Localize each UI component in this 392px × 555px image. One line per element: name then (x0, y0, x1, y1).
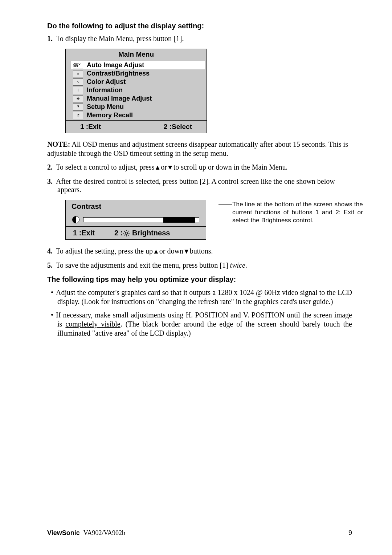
step-3-num: 3. (47, 177, 56, 186)
recall-icon: ↺ (73, 112, 83, 119)
step-5-text-a: To save the adjustments and exit the men… (56, 261, 230, 269)
menu-row-auto: AUTO SET Auto Image Adjust (71, 61, 205, 69)
menu-label-3: Information (87, 86, 123, 94)
step-2: 2.To select a control to adjust, press▲o… (47, 163, 352, 171)
heading-tips: The following tips may help you optimize… (47, 275, 352, 284)
slider-fill (163, 217, 195, 223)
step-1-text: To display the Main Menu, press button [… (56, 35, 184, 42)
menu-label-4: Manual Image Adjust (87, 95, 152, 102)
step-5: 5.To save the adjustments and exit the m… (47, 261, 352, 270)
contrast-figure: Contrast 1 :Exit 2 : Brightness The line… (51, 200, 352, 240)
menu-row-setup: ? Setup Menu (73, 103, 203, 111)
menu-label-5: Setup Menu (87, 103, 124, 111)
main-menu-title: Main Menu (66, 49, 207, 60)
step-3-text: After the desired control is selected, p… (56, 177, 335, 194)
step-1: 1.To display the Main Menu, press button… (47, 35, 352, 43)
step-4-text-b: or down (159, 247, 183, 255)
bullet-dot-2: • (51, 311, 56, 320)
contrast-icon (72, 216, 79, 223)
step-4-num: 4. (47, 247, 56, 255)
down-triangle-icon-2: ▼ (183, 248, 190, 255)
step-4-text-c: buttons. (190, 247, 213, 255)
setup-icon: ? (73, 104, 83, 111)
bullet-2: •If necessary, make small adjustments us… (47, 311, 352, 338)
main-menu-body: AUTO SET Auto Image Adjust ☼ Contrast/Br… (66, 60, 207, 120)
leader-line-2 (219, 233, 232, 233)
step-2-text-a: To select a control to adjust, press (56, 163, 154, 171)
contrast-slider (83, 217, 199, 222)
step-4: 4.To adjust the setting, press the up▲or… (47, 247, 352, 255)
autoset-icon: AUTO SET (73, 62, 83, 69)
heading-adjust: Do the following to adjust the display s… (47, 22, 352, 30)
leader-line-1 (219, 204, 232, 204)
footer-model: VA902/VA902b (83, 529, 125, 536)
manual-icon: ✥ (73, 95, 83, 102)
svg-line-5 (124, 231, 125, 232)
leader-lines (219, 200, 232, 233)
footer-brand: ViewSonic (47, 529, 80, 536)
note-label: NOTE: (47, 140, 70, 148)
note-paragraph: NOTE: All OSD menus and adjustment scree… (47, 140, 352, 158)
main-menu-footer: 1 :Exit 2 :Select (66, 120, 207, 133)
footer-page: 9 (348, 529, 352, 537)
callout-group: The line at the bottom of the screen sho… (219, 200, 363, 233)
info-icon: i (73, 87, 83, 94)
contrast-body (66, 213, 206, 226)
svg-line-6 (128, 235, 129, 235)
step-5-text-c: . (245, 261, 247, 269)
footer-left: ViewSonicVA902/VA902b (47, 529, 125, 537)
step-3: 3.After the desired control is selected,… (47, 177, 352, 194)
menu-row-manual: ✥ Manual Image Adjust (73, 94, 203, 103)
bullet-1-text: Adjust the computer's graphics card so t… (56, 288, 352, 305)
step-4-text-a: To adjust the setting, press the up (56, 247, 153, 255)
step-1-num: 1. (47, 35, 56, 43)
contrast-brightness: 2 : Brightness (114, 229, 170, 237)
menu-row-color: ∿ Color Adjust (73, 78, 203, 86)
color-icon: ∿ (73, 78, 83, 86)
menu-row-memory: ↺ Memory Recall (73, 111, 203, 119)
contrast-footer: 1 :Exit 2 : Brightness (66, 226, 206, 239)
menu-label-6: Memory Recall (87, 112, 133, 119)
menu-exit: 1 :Exit (80, 123, 101, 131)
step-2-text-c: to scroll up or down in the Main Menu. (173, 163, 288, 171)
svg-point-0 (125, 232, 127, 234)
bullet-dot: • (51, 288, 56, 297)
contrast-title: Contrast (66, 200, 206, 213)
menu-label-1: Contrast/Brightness (87, 70, 150, 77)
up-triangle-icon: ▲ (154, 164, 161, 171)
contrast-osd: Contrast 1 :Exit 2 : Brightness (65, 200, 206, 240)
step-5-twice: twice (230, 261, 245, 269)
svg-line-8 (128, 231, 129, 232)
main-menu-osd: Main Menu AUTO SET Auto Image Adjust ☼ C… (65, 49, 207, 133)
step-2-text-b: or (161, 163, 167, 171)
callout-text: The line at the bottom of the screen sho… (232, 200, 363, 224)
menu-row-info: i Information (73, 86, 203, 94)
down-triangle-icon: ▼ (167, 164, 173, 171)
page-footer: ViewSonicVA902/VA902b 9 (47, 529, 352, 537)
step-2-num: 2. (47, 163, 56, 171)
menu-select: 2 :Select (164, 123, 192, 131)
sun-icon (123, 230, 130, 237)
up-triangle-icon-2: ▲ (153, 248, 159, 255)
brightness-icon: ☼ (73, 70, 83, 77)
svg-line-7 (124, 235, 125, 235)
menu-label-0: Auto Image Adjust (87, 61, 144, 69)
menu-label-2: Color Adjust (87, 78, 126, 86)
bullet-1: •Adjust the computer's graphics card so … (47, 288, 352, 306)
contrast-exit: 1 :Exit (73, 229, 95, 237)
note-text: All OSD menus and adjustment screens dis… (47, 140, 348, 157)
step-5-num: 5. (47, 261, 56, 270)
menu-row-contrast: ☼ Contrast/Brightness (73, 69, 203, 78)
bullet-2-underline: completely visible (65, 320, 120, 328)
